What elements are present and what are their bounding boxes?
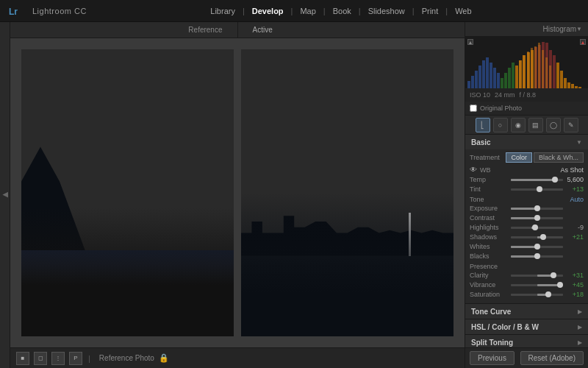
hsl-title: HSL / Color / B & W (471, 323, 539, 331)
saturation-value: +18 (566, 291, 584, 298)
contrast-slider[interactable] (511, 217, 563, 219)
lock-icon[interactable]: 🔒 (159, 353, 169, 363)
exposure-label: Exposure (470, 205, 508, 212)
vibrance-value: +45 (566, 281, 584, 289)
nav-menu: Library | Develop | Map | Book | Slidesh… (101, 0, 581, 22)
hsl-header[interactable]: HSL / Color / B & W ▶ (465, 319, 588, 334)
contrast-label: Contrast (470, 214, 508, 222)
presence-label: Presence (470, 263, 498, 270)
tint-slider[interactable] (511, 188, 563, 191)
split-toning-header[interactable]: Split Toning ▶ (465, 335, 588, 347)
clarity-label: Clarity (470, 272, 508, 279)
nav-book[interactable]: Book (326, 0, 359, 22)
nav-print[interactable]: Print (415, 0, 446, 22)
previous-button[interactable]: Previous (470, 351, 514, 365)
separator: | (87, 354, 92, 363)
flagging[interactable]: P (69, 352, 82, 365)
shadows-slider[interactable] (511, 236, 563, 238)
saturation-slider-row: Saturation +18 (470, 291, 584, 298)
wb-value: As Shot (554, 166, 584, 174)
basic-panel-header[interactable]: Basic ▼ (465, 135, 588, 149)
reference-photo (21, 49, 234, 336)
logo-area: Lr Lightroom CC (7, 4, 87, 18)
radial-filter-tool[interactable]: ◯ (546, 118, 561, 132)
reset-button[interactable]: Reset (Adobe) (520, 351, 584, 365)
bw-btn[interactable]: Black & Wh... (534, 152, 584, 163)
tone-curve-title: Tone Curve (471, 308, 511, 316)
nav-library[interactable]: Library (203, 0, 243, 22)
split-toning-title: Split Toning (471, 339, 513, 347)
nav-develop[interactable]: Develop (245, 0, 291, 22)
blacks-slider[interactable] (511, 255, 563, 258)
clipping-warning-left[interactable]: ▲ (467, 39, 473, 45)
tone-curve-panel: Tone Curve ▶ (465, 304, 588, 319)
active-label: Active (238, 22, 465, 38)
color-btn[interactable]: Color (506, 152, 532, 163)
temp-slider-row: Temp 5,600 (470, 176, 584, 183)
exposure-slider[interactable] (511, 208, 563, 210)
panels-scroll[interactable]: Basic ▼ Treatment Color Black & Wh... (465, 135, 588, 347)
whites-label: Whites (470, 243, 508, 250)
lr-logo: Lr (7, 4, 28, 18)
adjustment-brush-tool[interactable]: ✎ (564, 118, 578, 132)
clipping-warning-right[interactable]: ▲ (580, 39, 586, 45)
view-mode-grid[interactable]: ■ (16, 352, 29, 365)
treatment-row: Treatment Color Black & Wh... (470, 152, 584, 163)
saturation-slider[interactable] (511, 294, 563, 296)
center-area: Reference Active (10, 22, 465, 368)
top-bar: Lr Lightroom CC Library | Develop | Map … (0, 0, 588, 22)
aperture-value: f / 8.8 (520, 91, 537, 99)
highlights-value: -9 (566, 224, 584, 231)
redeye-tool[interactable]: ◉ (511, 118, 526, 132)
right-panel: Histogram ▼ ▲ ▲ ISO 10 24 mm f / 8.8 Ori… (465, 22, 588, 368)
temp-slider[interactable] (511, 179, 563, 181)
basic-panel-arrow: ▼ (576, 139, 582, 146)
ref-photo-label: Reference Photo (99, 354, 154, 362)
histogram-title: Histogram (543, 25, 577, 33)
histogram-info: ISO 10 24 mm f / 8.8 (465, 88, 588, 102)
crop-tool[interactable]: ⎣ (476, 118, 490, 132)
original-photo-checkbox[interactable] (470, 105, 477, 112)
left-panel-toggle[interactable]: ▶ (2, 191, 8, 199)
bottom-bar: ■ ◻ ⋮ P | Reference Photo 🔒 (10, 347, 465, 368)
highlights-slider[interactable] (511, 227, 563, 229)
active-photo (241, 49, 453, 336)
reference-photo-panel (21, 49, 234, 336)
temp-label: Temp (470, 176, 508, 183)
nav-web[interactable]: Web (448, 0, 478, 22)
shadows-slider-row: Shadows +21 (470, 233, 584, 241)
highlights-slider-row: Highlights -9 (470, 224, 584, 231)
auto-btn[interactable]: Auto (570, 196, 584, 203)
nav-map[interactable]: Map (293, 0, 323, 22)
clarity-slider[interactable] (511, 275, 563, 277)
view-mode-compare[interactable]: ◻ (34, 352, 47, 365)
ref-silhouette (21, 208, 234, 337)
temp-value: 5,600 (566, 176, 584, 183)
blacks-label: Blacks (470, 252, 508, 260)
vibrance-slider[interactable] (511, 284, 563, 286)
histogram-header[interactable]: Histogram ▼ (465, 22, 588, 37)
split-toning-panel: Split Toning ▶ (465, 335, 588, 347)
whites-slider[interactable] (511, 246, 563, 248)
graduated-filter-tool[interactable]: ▤ (528, 118, 543, 132)
wb-label: WB (480, 166, 554, 174)
basic-panel-title: Basic (471, 138, 491, 146)
iso-value: ISO 10 (470, 91, 490, 99)
clarity-slider-row: Clarity +31 (470, 272, 584, 279)
exposure-slider-row: Exposure (470, 205, 584, 212)
treatment-buttons: Color Black & Wh... (506, 152, 584, 163)
tone-label: Tone (470, 196, 484, 203)
spot-removal-tool[interactable]: ○ (493, 118, 508, 132)
highlights-label: Highlights (470, 224, 508, 231)
histogram-checkbox-row: Original Photo (465, 102, 588, 115)
original-photo-label: Original Photo (480, 105, 522, 112)
wb-eyedropper-icon[interactable]: 👁 (470, 166, 480, 174)
tone-curve-header[interactable]: Tone Curve ▶ (465, 304, 588, 319)
basic-panel: Basic ▼ Treatment Color Black & Wh... (465, 135, 588, 304)
nav-slideshow[interactable]: Slideshow (361, 0, 412, 22)
view-mode-survey[interactable]: ⋮ (51, 352, 65, 365)
hsl-panel: HSL / Color / B & W ▶ (465, 319, 588, 335)
photos-area (10, 38, 465, 347)
app-name: Lightroom CC (32, 7, 87, 15)
shadows-value: +21 (566, 233, 584, 241)
